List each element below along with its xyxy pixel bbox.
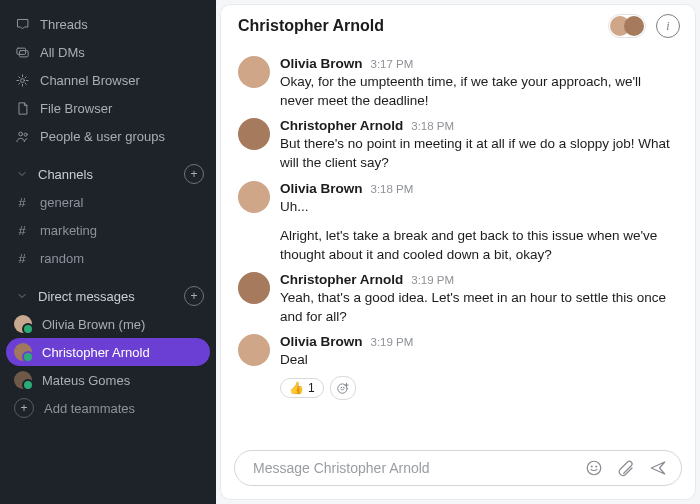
attach-button[interactable] xyxy=(615,459,637,477)
add-channel-button[interactable]: + xyxy=(184,164,204,184)
nav-file-browser[interactable]: File Browser xyxy=(0,94,216,122)
svg-point-10 xyxy=(596,466,597,467)
message-time: 3:18 PM xyxy=(411,120,454,132)
message: Christopher Arnold 3:18 PM But there's n… xyxy=(238,118,678,172)
svg-point-4 xyxy=(24,133,27,136)
svg-point-3 xyxy=(18,132,22,136)
channel-general[interactable]: # general xyxy=(0,188,216,216)
channel-label: random xyxy=(40,251,84,266)
avatar xyxy=(14,315,32,333)
message-time: 3:19 PM xyxy=(411,274,454,286)
svg-point-9 xyxy=(591,466,592,467)
channel-browser-icon xyxy=(14,73,30,88)
svg-point-6 xyxy=(341,387,342,388)
channels-header-label: Channels xyxy=(38,167,93,182)
add-teammates-label: Add teammates xyxy=(44,401,135,416)
reaction-emoji: 👍 xyxy=(289,381,304,395)
people-icon xyxy=(14,129,30,144)
nav-threads[interactable]: Threads xyxy=(0,10,216,38)
dm-label: Mateus Gomes xyxy=(42,373,130,388)
channel-label: marketing xyxy=(40,223,97,238)
message-author[interactable]: Olivia Brown xyxy=(280,181,363,196)
dm-olivia-self[interactable]: Olivia Brown (me) xyxy=(0,310,216,338)
message-text: Yeah, that's a good idea. Let's meet in … xyxy=(280,288,678,326)
dms-icon xyxy=(14,45,30,60)
avatar[interactable] xyxy=(238,56,270,88)
member-avatars[interactable] xyxy=(608,14,646,38)
dm-mateus[interactable]: Mateus Gomes xyxy=(0,366,216,394)
svg-point-2 xyxy=(20,78,24,82)
nav-label: All DMs xyxy=(40,45,85,60)
file-browser-icon xyxy=(14,101,30,116)
hash-icon: # xyxy=(14,251,30,266)
add-teammates[interactable]: + Add teammates xyxy=(0,394,216,422)
emoji-button[interactable] xyxy=(583,459,605,477)
send-button[interactable] xyxy=(647,459,669,477)
reaction-thumbs-up[interactable]: 👍 1 xyxy=(280,378,324,398)
message: Olivia Brown 3:19 PM Deal 👍 1 xyxy=(238,334,678,399)
dm-label: Olivia Brown (me) xyxy=(42,317,145,332)
nav-channel-browser[interactable]: Channel Browser xyxy=(0,66,216,94)
hash-icon: # xyxy=(14,223,30,238)
avatar[interactable] xyxy=(238,334,270,366)
avatar[interactable] xyxy=(238,272,270,304)
svg-point-7 xyxy=(343,387,344,388)
dms-header-label: Direct messages xyxy=(38,289,135,304)
dm-label: Christopher Arnold xyxy=(42,345,150,360)
message-list: Olivia Brown 3:17 PM Okay, for the umpte… xyxy=(220,48,696,442)
message-author[interactable]: Olivia Brown xyxy=(280,56,363,71)
channels-header[interactable]: Channels + xyxy=(0,160,216,188)
chevron-down-icon xyxy=(14,290,30,302)
message-text: Deal xyxy=(280,350,678,369)
avatar[interactable] xyxy=(238,118,270,150)
nav-label: Threads xyxy=(40,17,88,32)
svg-rect-1 xyxy=(19,50,28,56)
avatar[interactable] xyxy=(238,181,270,213)
message: Olivia Brown 3:17 PM Okay, for the umpte… xyxy=(238,56,678,110)
nav-label: People & user groups xyxy=(40,129,165,144)
nav-all-dms[interactable]: All DMs xyxy=(0,38,216,66)
add-dm-button[interactable]: + xyxy=(184,286,204,306)
nav-label: Channel Browser xyxy=(40,73,140,88)
message-time: 3:17 PM xyxy=(371,58,414,70)
sidebar: Threads All DMs Channel Browser File Bro… xyxy=(0,0,216,504)
message-time: 3:18 PM xyxy=(371,183,414,195)
message-author[interactable]: Christopher Arnold xyxy=(280,118,403,133)
dm-christopher[interactable]: Christopher Arnold xyxy=(6,338,210,366)
message-text: Okay, for the umpteenth time, if we take… xyxy=(280,72,678,110)
avatar xyxy=(14,343,32,361)
channel-random[interactable]: # random xyxy=(0,244,216,272)
reaction-count: 1 xyxy=(308,381,315,395)
avatar xyxy=(14,371,32,389)
reactions: 👍 1 xyxy=(280,376,678,400)
message-input[interactable] xyxy=(251,459,583,477)
channel-marketing[interactable]: # marketing xyxy=(0,216,216,244)
add-reaction-button[interactable] xyxy=(330,376,356,400)
message-time: 3:19 PM xyxy=(371,336,414,348)
message-author[interactable]: Olivia Brown xyxy=(280,334,363,349)
conversation-header: Christopher Arnold i xyxy=(220,4,696,48)
svg-point-8 xyxy=(587,461,601,475)
message-author[interactable]: Christopher Arnold xyxy=(280,272,403,287)
message-text: But there's no point in meeting it at al… xyxy=(280,134,678,172)
hash-icon: # xyxy=(14,195,30,210)
nav-label: File Browser xyxy=(40,101,112,116)
nav-people[interactable]: People & user groups xyxy=(0,122,216,150)
threads-icon xyxy=(14,17,30,32)
chevron-down-icon xyxy=(14,168,30,180)
message-text: Alright, let's take a break and get back… xyxy=(280,226,678,264)
main-panel: Christopher Arnold i Olivia Brown 3:17 P… xyxy=(220,4,696,500)
plus-icon: + xyxy=(14,398,34,418)
channel-label: general xyxy=(40,195,83,210)
info-button[interactable]: i xyxy=(656,14,680,38)
message: Christopher Arnold 3:19 PM Yeah, that's … xyxy=(238,272,678,326)
message: Olivia Brown 3:18 PM Uh... Alright, let'… xyxy=(238,181,678,264)
message-text: Uh... xyxy=(280,197,678,216)
svg-rect-0 xyxy=(16,48,25,54)
avatar xyxy=(624,16,644,36)
composer xyxy=(234,450,682,486)
dms-header[interactable]: Direct messages + xyxy=(0,282,216,310)
conversation-title[interactable]: Christopher Arnold xyxy=(238,17,384,35)
